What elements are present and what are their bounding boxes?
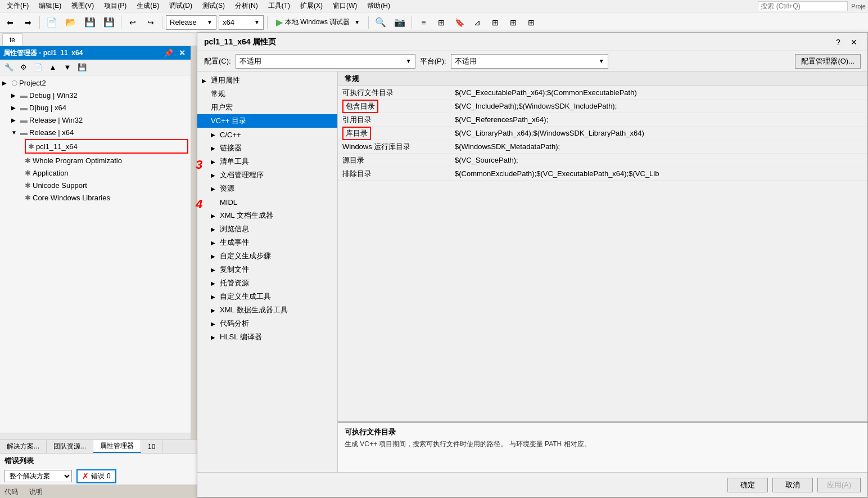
dialog-tree-resources[interactable]: ▶ 资源 bbox=[197, 182, 337, 195]
layout-btn5[interactable]: ⊞ bbox=[487, 15, 503, 30]
move-down-btn[interactable]: ▼ bbox=[61, 61, 74, 74]
tab-number[interactable]: 10 bbox=[141, 440, 162, 453]
dialog-tree-browse[interactable]: ▶ 浏览信息 bbox=[197, 222, 337, 236]
redo-btn[interactable]: ↪ bbox=[143, 15, 159, 30]
prop-row-lib[interactable]: 库目录 $(VC_LibraryPath_x64);$(WindowsSDK_L… bbox=[338, 127, 867, 140]
dialog-tree-custom-build[interactable]: ▶ 自定义生成步骤 bbox=[197, 249, 337, 263]
prop-row-exclude[interactable]: 排除目录 $(CommonExcludePath);$(VC_Executabl… bbox=[338, 167, 867, 181]
prop-row-include[interactable]: 包含目录 $(VC_IncludePath);$(WindowsSDK_Incl… bbox=[338, 100, 867, 113]
dialog-tree-vc-dirs[interactable]: VC++ 目录 bbox=[197, 114, 337, 128]
dialog-tree-doc[interactable]: ▶ 文档管理程序 bbox=[197, 168, 337, 182]
back-btn[interactable]: ⬅ bbox=[2, 15, 18, 30]
forward-btn[interactable]: ➡ bbox=[20, 15, 36, 30]
breakpoint-btn[interactable]: 🔍 bbox=[372, 15, 389, 30]
menu-item-file[interactable]: 文件(F) bbox=[2, 0, 33, 12]
tree-item-whole-program[interactable]: ✱ Whole Program Optimizatio bbox=[0, 154, 191, 167]
more-btn[interactable]: 📷 bbox=[391, 15, 408, 30]
expand-icon-project2: ▶ bbox=[2, 80, 11, 86]
pin-button[interactable]: 📌 bbox=[162, 48, 175, 57]
dialog-close-button[interactable]: ✕ bbox=[847, 35, 861, 49]
dialog-tree-hlsl[interactable]: ▶ HLSL 编译器 bbox=[197, 330, 337, 344]
dialog-tree-midl[interactable]: MIDL bbox=[197, 195, 337, 209]
dialog-help-button[interactable]: ? bbox=[831, 35, 845, 49]
dialog-tree-manifest[interactable]: ▶ 清单工具 bbox=[197, 155, 337, 168]
dialog-tree-build-events[interactable]: ▶ 生成事件 bbox=[197, 236, 337, 249]
dialog-tree-xml-data[interactable]: ▶ XML 数据生成器工具 bbox=[197, 303, 337, 317]
config-manager-button[interactable]: 配置管理器(O)... bbox=[795, 54, 861, 69]
dialog-tree-cpp[interactable]: ▶ C/C++ bbox=[197, 128, 337, 141]
open-btn[interactable]: 📂 bbox=[62, 15, 79, 30]
platform-dropdown[interactable]: 不适用 ▼ bbox=[451, 54, 608, 69]
prop-name-ref: 引用目录 bbox=[338, 115, 450, 125]
menu-item-test[interactable]: 测试(S) bbox=[198, 0, 229, 12]
config-arrow: ▼ bbox=[406, 58, 412, 64]
menu-item-build[interactable]: 生成(B) bbox=[132, 0, 164, 12]
new-btn[interactable]: 📄 bbox=[43, 15, 60, 30]
tree-item-release-win32[interactable]: ▶ ▬ Release | Win32 bbox=[0, 114, 191, 126]
dialog-tree-general[interactable]: 常规 bbox=[197, 87, 337, 101]
run-button[interactable]: ▶ 本地 Windows 调试器 ▼ bbox=[271, 15, 365, 30]
dialog-tree-common-props[interactable]: ▶ 通用属性 bbox=[197, 74, 337, 87]
layout-btn4[interactable]: ⊿ bbox=[469, 15, 485, 30]
move-up-btn[interactable]: ▲ bbox=[46, 61, 60, 74]
menu-item-view[interactable]: 视图(V) bbox=[67, 0, 98, 12]
dialog-tree-xml-doc-gen[interactable]: ▶ XML 文档生成器 bbox=[197, 209, 337, 222]
prop-row-winrt[interactable]: Windows 运行库目录 $(WindowsSDK_MetadataPath)… bbox=[338, 140, 867, 154]
layout-btn1[interactable]: ≡ bbox=[415, 15, 431, 30]
menu-item-analyze[interactable]: 分析(N) bbox=[230, 0, 263, 12]
undo-btn[interactable]: ↩ bbox=[125, 15, 141, 30]
menu-item-debug[interactable]: 调试(D) bbox=[165, 0, 197, 12]
platform-dropdown[interactable]: x64 ▼ bbox=[219, 15, 264, 30]
prop-row-ref[interactable]: 引用目录 $(VC_ReferencesPath_x64); bbox=[338, 113, 867, 127]
apply-button[interactable]: 应用(A) bbox=[817, 478, 861, 492]
add-existing-btn[interactable]: ⚙ bbox=[17, 61, 30, 74]
tree-item-project2[interactable]: ▶ ⬡ Project2 bbox=[0, 77, 191, 89]
left-panel-scrollbar[interactable] bbox=[0, 433, 191, 439]
close-panel-button[interactable]: ✕ bbox=[177, 48, 187, 57]
prop-row-src[interactable]: 源目录 $(VC_SourcePath); bbox=[338, 154, 867, 167]
tree-item-application[interactable]: ✱ Application bbox=[0, 167, 191, 179]
tree-item-pcl1[interactable]: ✱ pcl1_11_x64 bbox=[26, 140, 187, 152]
dialog-tree-linker[interactable]: ▶ 链接器 bbox=[197, 141, 337, 155]
tree-label-hlsl: HLSL 编译器 bbox=[220, 332, 262, 342]
dialog-tree-user-macros[interactable]: 用户宏 bbox=[197, 101, 337, 114]
menu-item-project[interactable]: 项目(P) bbox=[100, 0, 131, 12]
cancel-button[interactable]: 取消 bbox=[772, 478, 813, 492]
dialog-tree-code-analysis[interactable]: ▶ 代码分析 bbox=[197, 317, 337, 330]
layout-btn7[interactable]: ⊞ bbox=[523, 15, 539, 30]
ok-button[interactable]: 确定 bbox=[727, 478, 768, 492]
tab-property-manager[interactable]: 属性管理器 bbox=[93, 440, 141, 453]
tree-item-debug-x64[interactable]: ▶ ▬ D|bug | x64 bbox=[0, 101, 191, 114]
dialog-tree-managed[interactable]: ▶ 托管资源 bbox=[197, 276, 337, 290]
tree-item-unicode[interactable]: ✱ Unicode Support bbox=[0, 179, 191, 191]
add-new-btn[interactable]: 📄 bbox=[31, 61, 45, 74]
configuration-dropdown[interactable]: Release ▼ bbox=[166, 15, 216, 30]
expand-resources: ▶ bbox=[211, 186, 220, 192]
save-all-btn[interactable]: 💾 bbox=[101, 15, 117, 30]
save-props-btn[interactable]: 💾 bbox=[75, 61, 89, 74]
tree-item-debug-win32[interactable]: ▶ ▬ Debug | Win32 bbox=[0, 89, 191, 101]
active-tab[interactable]: te bbox=[2, 33, 22, 46]
expand-cpp: ▶ bbox=[211, 132, 220, 138]
prop-row-exec[interactable]: 可执行文件目录 $(VC_ExecutablePath_x64);$(Commo… bbox=[338, 86, 867, 100]
menu-item-edit[interactable]: 编辑(E) bbox=[34, 0, 66, 12]
layout-btn2[interactable]: ⊞ bbox=[433, 15, 449, 30]
dialog-tree-custom-tools[interactable]: ▶ 自定义生成工具 bbox=[197, 290, 337, 303]
tree-item-release-x64[interactable]: ▼ ▬ Release | x64 bbox=[0, 126, 191, 138]
search-input[interactable] bbox=[758, 1, 848, 11]
save-btn[interactable]: 💾 bbox=[82, 15, 98, 30]
tab-solution[interactable]: 解决方案... bbox=[0, 440, 47, 453]
config-dropdown[interactable]: 不适用 ▼ bbox=[236, 54, 415, 69]
tab-team[interactable]: 团队资源... bbox=[47, 440, 93, 453]
tree-item-core-windows[interactable]: ✱ Core Windows Libraries bbox=[0, 191, 191, 204]
layout-btn3[interactable]: 🔖 bbox=[451, 15, 467, 30]
new-prop-sheet-btn[interactable]: 🔧 bbox=[2, 61, 16, 74]
menu-item-extend[interactable]: 扩展(X) bbox=[296, 0, 327, 12]
layout-btn6[interactable]: ⊞ bbox=[505, 15, 521, 30]
dialog-tree-copy-files[interactable]: ▶ 复制文件 bbox=[197, 263, 337, 276]
menu-item-help[interactable]: 帮助(H) bbox=[363, 0, 395, 12]
scope-select[interactable]: 整个解决方案 bbox=[4, 470, 72, 482]
menu-item-window[interactable]: 窗口(W) bbox=[328, 0, 361, 12]
prop-name-exclude: 排除目录 bbox=[338, 169, 450, 179]
menu-item-tools[interactable]: 工具(T) bbox=[264, 0, 295, 12]
